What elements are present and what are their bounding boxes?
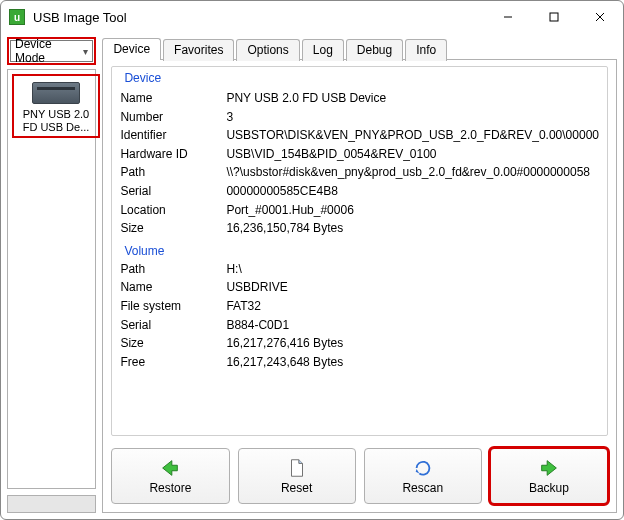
volume-row: Size16,217,276,416 Bytes [120,334,599,353]
device-value: 00000000585CE4B8 [226,182,599,201]
device-key: Number [120,108,226,127]
volume-row: File systemFAT32 [120,297,599,316]
device-group-title: Device [120,71,599,85]
svg-rect-1 [550,13,558,21]
device-value: 16,236,150,784 Bytes [226,219,599,238]
window-controls [485,1,623,33]
volume-row: SerialB884-C0D1 [120,316,599,335]
volume-value: FAT32 [226,297,599,316]
chevron-down-icon: ▾ [83,46,88,57]
device-info-group: Device NamePNY USB 2.0 FD USB DeviceNumb… [111,66,608,436]
tab-favorites[interactable]: Favorites [163,39,234,61]
restore-button[interactable]: Restore [111,448,229,504]
device-label-line1: PNY USB 2.0 [16,108,96,121]
volume-key: File system [120,297,226,316]
device-list-item[interactable]: PNY USB 2.0 FD USB De... [12,74,100,138]
volume-row: PathH:\ [120,260,599,279]
arrow-left-icon [159,457,181,479]
device-key: Name [120,89,226,108]
device-value: \\?\usbstor#disk&ven_pny&prod_usb_2.0_fd… [226,163,599,182]
tabs: Device Favorites Options Log Debug Info [102,37,617,59]
rescan-label: Rescan [402,481,443,495]
window-title: USB Image Tool [33,10,485,25]
device-value: USBSTOR\DISK&VEN_PNY&PROD_USB_2.0_FD&REV… [226,126,599,145]
device-list[interactable]: PNY USB 2.0 FD USB De... [7,69,96,489]
device-row: LocationPort_#0001.Hub_#0006 [120,201,599,220]
device-key: Size [120,219,226,238]
rescan-button[interactable]: Rescan [364,448,482,504]
maximize-button[interactable] [531,1,577,33]
restore-label: Restore [149,481,191,495]
progress-bar [7,495,96,513]
tab-panel-device: Device NamePNY USB 2.0 FD USB DeviceNumb… [102,59,617,513]
device-value: PNY USB 2.0 FD USB Device [226,89,599,108]
mode-select-value: Device Mode [15,37,83,65]
volume-key: Name [120,278,226,297]
tab-options[interactable]: Options [236,39,299,61]
device-row: Size16,236,150,784 Bytes [120,219,599,238]
volume-value: B884-C0D1 [226,316,599,335]
device-row: Hardware IDUSB\VID_154B&PID_0054&REV_010… [120,145,599,164]
minimize-button[interactable] [485,1,531,33]
tab-device[interactable]: Device [102,38,161,60]
mode-select[interactable]: Device Mode ▾ [10,40,93,62]
device-row: NamePNY USB 2.0 FD USB Device [120,89,599,108]
device-key: Location [120,201,226,220]
volume-key: Serial [120,316,226,335]
arrow-right-icon [538,457,560,479]
reset-label: Reset [281,481,312,495]
titlebar: u USB Image Tool [1,1,623,33]
volume-group-title: Volume [124,244,599,258]
volume-value: USBDRIVE [226,278,599,297]
device-value: Port_#0001.Hub_#0006 [226,201,599,220]
right-column: Device Favorites Options Log Debug Info … [102,37,617,513]
mode-select-highlight: Device Mode ▾ [7,37,96,65]
close-button[interactable] [577,1,623,33]
device-row: IdentifierUSBSTOR\DISK&VEN_PNY&PROD_USB_… [120,126,599,145]
device-key: Serial [120,182,226,201]
action-buttons: Restore Reset Rescan [111,448,608,504]
tab-info[interactable]: Info [405,39,447,61]
device-label-line2: FD USB De... [16,121,96,134]
device-row: Serial00000000585CE4B8 [120,182,599,201]
device-key: Path [120,163,226,182]
volume-key: Size [120,334,226,353]
app-icon: u [9,9,25,25]
device-row: Path\\?\usbstor#disk&ven_pny&prod_usb_2.… [120,163,599,182]
backup-label: Backup [529,481,569,495]
backup-button[interactable]: Backup [490,448,608,504]
device-row: Number3 [120,108,599,127]
refresh-icon [412,457,434,479]
volume-value: 16,217,276,416 Bytes [226,334,599,353]
document-icon [286,457,308,479]
volume-value: H:\ [226,260,599,279]
drive-icon [32,82,80,104]
tab-debug[interactable]: Debug [346,39,403,61]
volume-key: Free [120,353,226,372]
device-key: Identifier [120,126,226,145]
device-value: USB\VID_154B&PID_0054&REV_0100 [226,145,599,164]
volume-key: Path [120,260,226,279]
device-value: 3 [226,108,599,127]
tab-log[interactable]: Log [302,39,344,61]
reset-button[interactable]: Reset [238,448,356,504]
device-key: Hardware ID [120,145,226,164]
volume-row: NameUSBDRIVE [120,278,599,297]
left-column: Device Mode ▾ PNY USB 2.0 FD USB De... [7,37,96,513]
volume-value: 16,217,243,648 Bytes [226,353,599,372]
volume-row: Free16,217,243,648 Bytes [120,353,599,372]
